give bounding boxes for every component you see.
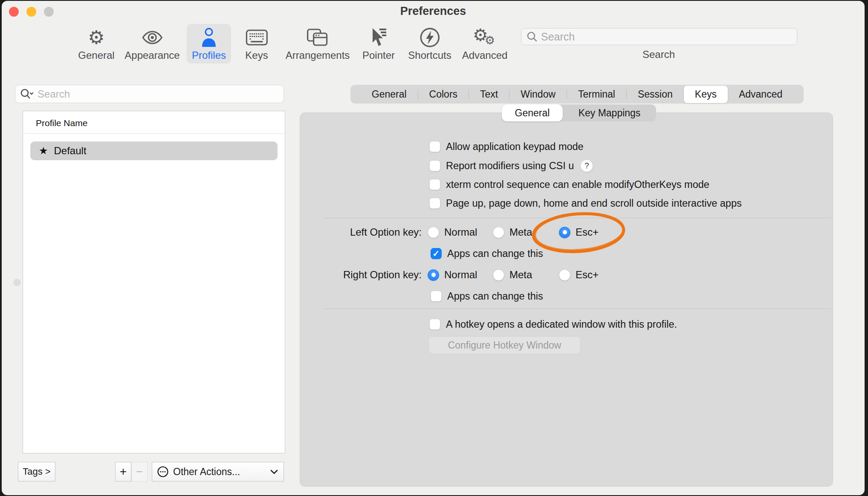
toolbar-item-advanced[interactable]: ⚙⚙ Advanced [457, 24, 513, 63]
subtab-key-mappings[interactable]: Key Mappings [563, 104, 656, 121]
radio-right-meta[interactable]: Meta [493, 268, 532, 281]
left-option-key-label: Left Option key: [300, 226, 422, 238]
keys-subtabs: General Key Mappings [502, 104, 656, 121]
add-profile-button[interactable]: + [115, 462, 131, 482]
tab-colors[interactable]: Colors [418, 86, 469, 103]
radio-left-normal[interactable]: Normal [428, 226, 477, 239]
section-divider [324, 218, 831, 218]
profile-search-input[interactable]: Search [15, 85, 284, 103]
subtab-general[interactable]: General [502, 104, 563, 121]
checkbox-allow-keypad-mode[interactable]: ✓ [429, 141, 440, 152]
profile-tabbar: General Colors Text Window Terminal Sess… [350, 85, 804, 104]
other-actions-dropdown[interactable]: Other Actions... [152, 462, 284, 482]
gear-icon: ⚙ [88, 26, 104, 49]
person-icon [200, 26, 218, 49]
remove-profile-button: − [131, 462, 148, 482]
toolbar-item-general[interactable]: ⚙ General [73, 24, 119, 63]
profile-search-placeholder: Search [38, 88, 70, 100]
row-modify-other-keys: ✓ xterm control sequence can enable modi… [429, 176, 709, 193]
checkbox-right-apps-change[interactable]: ✓ [431, 291, 442, 302]
search-icon [527, 31, 538, 42]
toolbar-item-shortcuts[interactable]: Shortcuts [403, 24, 456, 63]
row-keypad-mode: ✓ Allow application keypad mode [429, 138, 584, 155]
tab-advanced[interactable]: Advanced [728, 86, 793, 103]
radio-icon [428, 269, 439, 281]
tab-window[interactable]: Window [509, 86, 567, 103]
checkbox-page-scroll[interactable]: ✓ [429, 198, 440, 209]
section-divider [324, 309, 831, 309]
radio-left-meta[interactable]: Meta [493, 226, 532, 239]
checkbox-modify-other-keys[interactable]: ✓ [429, 179, 440, 190]
row-csi-u: ✓ Report modifiers using CSI u ? [429, 157, 593, 174]
row-hotkey-window: ✓ A hotkey opens a dedicated window with… [429, 316, 677, 333]
search-filter-icon [20, 88, 34, 100]
toolbar-item-keys[interactable]: Keys [240, 24, 273, 63]
profile-list: Profile Name ★ Default [23, 111, 285, 453]
radio-icon [493, 269, 504, 281]
profile-list-header: Profile Name [36, 118, 87, 128]
profile-row-default[interactable]: ★ Default [30, 141, 278, 160]
toolbar-search-placeholder: Search [541, 31, 575, 43]
radio-right-normal[interactable]: Normal [428, 268, 477, 281]
preferences-window: Preferences ⚙ General Appearance Profile… [2, 1, 865, 495]
checkbox-report-csi-u[interactable]: ✓ [429, 160, 440, 171]
checkbox-left-apps-change[interactable]: ✓ [431, 248, 442, 259]
configure-hotkey-window-button: Configure Hotkey Window [428, 336, 581, 354]
tab-general[interactable]: General [361, 86, 418, 103]
radio-left-esc[interactable]: Esc+ [559, 226, 599, 239]
screen: Preferences ⚙ General Appearance Profile… [0, 0, 868, 496]
ellipsis-circle-icon [157, 466, 169, 478]
toolbar-search-label: Search [601, 49, 716, 61]
row-left-apps-change: ✓ Apps can change this [431, 245, 543, 262]
radio-icon [559, 269, 570, 281]
tags-button[interactable]: Tags > [18, 462, 55, 482]
row-right-apps-change: ✓ Apps can change this [431, 288, 543, 305]
header-divider [23, 133, 285, 134]
profile-name: Default [54, 145, 87, 157]
keyboard-icon [246, 26, 268, 49]
radio-icon [559, 227, 570, 238]
radio-right-esc[interactable]: Esc+ [559, 268, 599, 281]
checkbox-hotkey-window[interactable]: ✓ [429, 319, 440, 330]
right-option-key-label: Right Option key: [300, 269, 422, 281]
window-edge-dot [13, 279, 21, 286]
cursor-icon [369, 26, 388, 49]
windows-icon [307, 26, 328, 49]
tab-text[interactable]: Text [469, 86, 509, 103]
radio-icon [493, 227, 504, 238]
toolbar-search-input[interactable]: Search [521, 28, 797, 45]
toolbar-item-profiles[interactable]: Profiles [187, 24, 231, 63]
bolt-circle-icon [420, 26, 440, 49]
tab-terminal[interactable]: Terminal [567, 86, 626, 103]
star-icon: ★ [39, 145, 48, 157]
help-button[interactable]: ? [580, 159, 593, 172]
toolbar-item-appearance[interactable]: Appearance [119, 24, 185, 63]
toolbar-item-pointer[interactable]: Pointer [357, 24, 400, 63]
row-page-scroll: ✓ Page up, page down, home and end scrol… [429, 195, 742, 212]
gears-icon: ⚙⚙ [473, 26, 497, 49]
tab-keys[interactable]: Keys [684, 86, 728, 103]
toolbar-item-arrangements[interactable]: Arrangements [281, 24, 355, 63]
chevron-down-icon [270, 469, 278, 475]
tab-session[interactable]: Session [627, 86, 684, 103]
window-title: Preferences [2, 5, 865, 18]
radio-icon [428, 227, 439, 238]
eye-icon [141, 26, 163, 49]
